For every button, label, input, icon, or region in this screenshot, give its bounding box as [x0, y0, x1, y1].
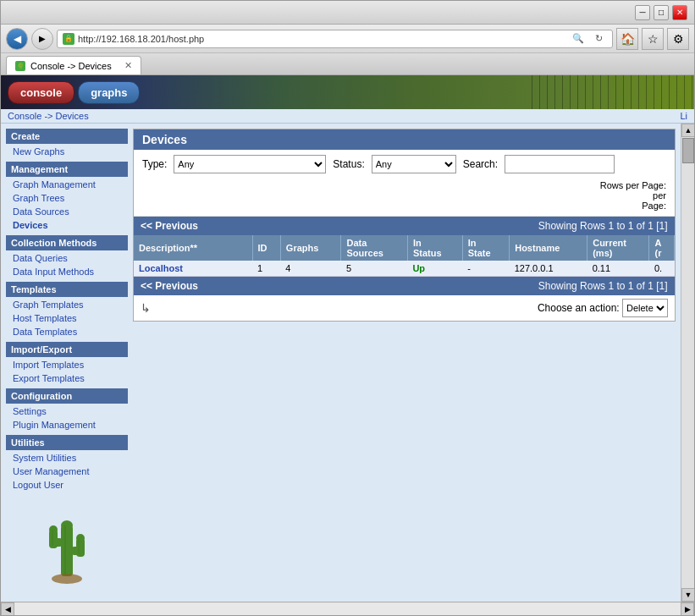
address-bar[interactable]: 🔒 http://192.168.18.201/host.php 🔍 ↻	[57, 30, 613, 48]
sidebar-item-logout-user[interactable]: Logout User	[6, 478, 128, 492]
sidebar-item-data-templates[interactable]: Data Templates	[6, 325, 128, 338]
action-area: ↳ Choose an action: Delete	[134, 295, 675, 321]
title-bar: ─ □ ✕	[1, 1, 694, 25]
search-label: Search:	[463, 158, 498, 170]
col-in-status: InStatus	[407, 235, 462, 261]
svg-point-6	[49, 525, 58, 534]
sidebar-section-templates: Templates	[6, 282, 128, 297]
sidebar-section-configuration: Configuration	[6, 388, 128, 404]
sidebar-section-collection: Collection Methods	[6, 235, 128, 250]
svg-point-8	[52, 574, 82, 584]
sidebar-item-system-utilities[interactable]: System Utilities	[6, 451, 128, 465]
sidebar-item-graph-trees[interactable]: Graph Trees	[6, 191, 128, 205]
col-graphs: Graphs	[280, 235, 341, 261]
scroll-down-button[interactable]: ▼	[681, 588, 694, 602]
svg-point-5	[61, 520, 73, 531]
breadcrumb-text[interactable]: Console -> Devices	[8, 111, 89, 121]
favorites-button[interactable]: ☆	[642, 28, 664, 50]
cell-a-r: 0.	[649, 261, 675, 277]
address-text: http://192.168.18.201/host.php	[78, 34, 566, 44]
tab-icon: 🌵	[15, 61, 25, 71]
prev-link-top[interactable]: << Previous	[141, 220, 198, 232]
breadcrumb: Console -> Devices Li	[1, 109, 694, 124]
tab-close-button[interactable]: ✕	[124, 60, 132, 71]
filter-row: Type: Any Status: Any Search:	[134, 150, 675, 217]
prev-cell-bottom: << Previous	[134, 277, 341, 296]
sidebar-item-graph-management[interactable]: Graph Management	[6, 178, 128, 191]
console-tab[interactable]: console	[8, 81, 74, 104]
refresh-icon[interactable]: ↻	[590, 30, 607, 47]
table-nav-row-bottom: << Previous Showing Rows 1 to 1 of 1 [1]	[134, 277, 675, 296]
status-up-badge: Up	[412, 263, 425, 273]
cactus-area	[6, 492, 128, 593]
scroll-track[interactable]	[14, 602, 681, 616]
svg-rect-0	[61, 525, 73, 576]
rows-per-page-label: Rows per Page:	[600, 180, 666, 190]
sidebar-item-export-templates[interactable]: Export Templates	[6, 371, 128, 385]
cell-in-status: Up	[407, 261, 462, 277]
address-search-icon[interactable]: 🔍	[570, 30, 587, 47]
page-content: console graphs Console -> Devices Li Cre…	[1, 75, 694, 615]
address-icon: 🔒	[63, 33, 74, 45]
horizontal-scrollbar[interactable]: ◀ ▶	[1, 602, 694, 615]
sidebar-section-import-export: Import/Export	[6, 342, 128, 357]
table-row: Localhost 1 4 5 Up - 127.0.0.1	[134, 261, 675, 277]
svg-point-7	[76, 534, 85, 542]
home-button[interactable]: 🏠	[616, 28, 638, 50]
scroll-left-button[interactable]: ◀	[1, 602, 14, 616]
maximize-button[interactable]: □	[654, 5, 669, 20]
back-button[interactable]: ◀	[6, 28, 28, 50]
cursor-icon: ↳	[141, 301, 151, 315]
col-id: ID	[252, 235, 280, 261]
vertical-scrollbar[interactable]: ▲ ▼	[681, 124, 694, 602]
sidebar-item-graph-templates[interactable]: Graph Templates	[6, 298, 128, 311]
sidebar-item-new-graphs[interactable]: New Graphs	[6, 145, 128, 158]
sidebar-item-host-templates[interactable]: Host Templates	[6, 311, 128, 325]
cell-hostname: 127.0.0.1	[510, 261, 587, 277]
col-description: Description**	[134, 235, 252, 261]
cell-data-sources: 5	[341, 261, 407, 277]
nav-bar: ◀ ▶ 🔒 http://192.168.18.201/host.php 🔍 ↻…	[1, 25, 694, 53]
scroll-up-button[interactable]: ▲	[681, 124, 694, 137]
table-header-row: Description** ID Graphs DataSources InSt…	[134, 235, 675, 261]
scroll-right-button[interactable]: ▶	[681, 602, 694, 616]
window-controls: ─ □ ✕	[635, 5, 687, 20]
scroll-thumb[interactable]	[682, 138, 694, 163]
cell-description: Localhost	[134, 261, 252, 277]
sidebar-item-user-management[interactable]: User Management	[6, 465, 128, 478]
graphs-tab[interactable]: graphs	[78, 81, 140, 104]
right-panel: Devices Type: Any Status: Any	[133, 129, 676, 322]
cell-graphs: 4	[280, 261, 341, 277]
sidebar-item-data-input-methods[interactable]: Data Input Methods	[6, 265, 128, 278]
prev-link-bottom[interactable]: << Previous	[141, 280, 198, 292]
status-select[interactable]: Any	[372, 155, 456, 173]
minimize-button[interactable]: ─	[635, 5, 650, 20]
tab-title: Console -> Devices	[30, 61, 112, 71]
sidebar: Create New Graphs Management Graph Manag…	[1, 124, 128, 602]
localhost-link[interactable]: Localhost	[139, 263, 183, 273]
action-label: Choose an action:	[538, 302, 620, 314]
type-select[interactable]: Any	[174, 155, 326, 173]
rows-per-page-label2: per	[653, 190, 666, 201]
col-a-r: A(r	[649, 235, 675, 261]
forward-button[interactable]: ▶	[31, 28, 53, 50]
showing-text-top: Showing Rows 1 to 1 of 1 [1]	[341, 217, 675, 235]
sidebar-section-utilities: Utilities	[6, 435, 128, 450]
type-label: Type:	[142, 158, 167, 170]
search-input[interactable]	[505, 155, 615, 173]
settings-button[interactable]: ⚙	[667, 28, 689, 50]
sidebar-item-settings[interactable]: Settings	[6, 404, 128, 418]
tab-bar: 🌵 Console -> Devices ✕	[1, 53, 694, 75]
browser-tab-console[interactable]: 🌵 Console -> Devices ✕	[6, 56, 141, 74]
sidebar-item-data-sources[interactable]: Data Sources	[6, 205, 128, 218]
devices-table: << Previous Showing Rows 1 to 1 of 1 [1]…	[134, 217, 675, 295]
sidebar-item-devices[interactable]: Devices	[6, 218, 128, 232]
close-button[interactable]: ✕	[672, 5, 687, 20]
action-select[interactable]: Delete	[622, 299, 668, 317]
col-hostname: Hostname	[510, 235, 587, 261]
sidebar-item-import-templates[interactable]: Import Templates	[6, 358, 128, 371]
table-nav-row-top: << Previous Showing Rows 1 to 1 of 1 [1]	[134, 217, 675, 235]
sidebar-item-plugin-management[interactable]: Plugin Management	[6, 418, 128, 432]
sidebar-item-data-queries[interactable]: Data Queries	[6, 251, 128, 265]
cell-current-ms: 0.11	[587, 261, 649, 277]
